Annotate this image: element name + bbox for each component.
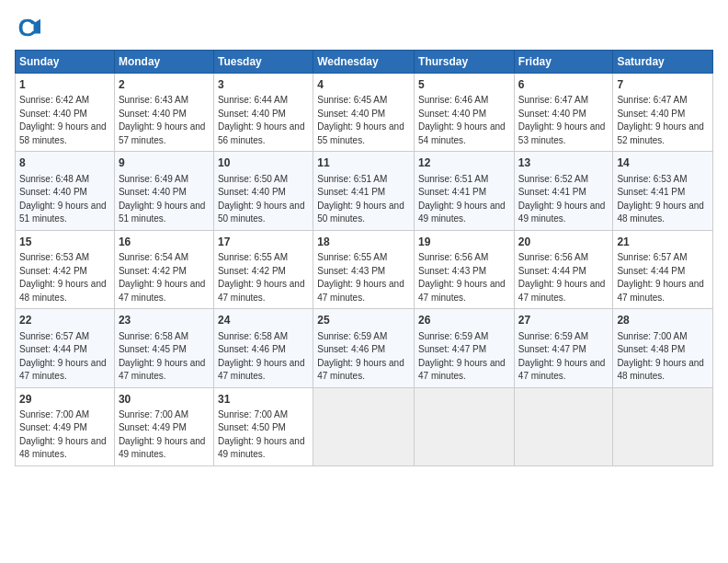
- sunset: Sunset: 4:40 PM: [317, 108, 410, 121]
- sunset: Sunset: 4:40 PM: [218, 186, 309, 200]
- calendar-cell: 8 Sunrise: 6:48 AM Sunset: 4:40 PM Dayli…: [16, 152, 115, 230]
- calendar-cell: 7 Sunrise: 6:47 AM Sunset: 4:40 PM Dayli…: [613, 74, 713, 152]
- daylight: Daylight: 9 hours and 48 minutes.: [617, 200, 709, 226]
- day-number: 6: [518, 77, 609, 93]
- daylight: Daylight: 9 hours and 47 minutes.: [19, 357, 110, 384]
- day-number: 22: [19, 313, 110, 328]
- calendar-cell: 1 Sunrise: 6:42 AM Sunset: 4:40 PM Dayli…: [16, 74, 115, 152]
- sunrise: Sunrise: 6:57 AM: [19, 330, 110, 344]
- calendar-cell: 29 Sunrise: 7:00 AM Sunset: 4:49 PM Dayl…: [16, 387, 115, 465]
- sunrise: Sunrise: 7:00 AM: [119, 408, 210, 422]
- sunset: Sunset: 4:40 PM: [119, 108, 210, 121]
- day-number: 10: [218, 155, 309, 171]
- daylight: Daylight: 9 hours and 52 minutes.: [617, 121, 709, 147]
- day-number: 27: [518, 313, 609, 328]
- sunset: Sunset: 4:41 PM: [317, 186, 410, 200]
- calendar-cell: [415, 387, 515, 465]
- calendar-cell: 9 Sunrise: 6:49 AM Sunset: 4:40 PM Dayli…: [114, 152, 213, 230]
- sunset: Sunset: 4:40 PM: [19, 186, 110, 200]
- sunrise: Sunrise: 7:00 AM: [19, 408, 110, 422]
- sunset: Sunset: 4:41 PM: [518, 186, 609, 200]
- sunset: Sunset: 4:46 PM: [317, 343, 410, 357]
- col-header-wednesday: Wednesday: [313, 51, 415, 74]
- calendar-cell: 10 Sunrise: 6:50 AM Sunset: 4:40 PM Dayl…: [213, 152, 313, 230]
- daylight: Daylight: 9 hours and 47 minutes.: [617, 278, 709, 304]
- calendar-cell: 12 Sunrise: 6:51 AM Sunset: 4:41 PM Dayl…: [415, 152, 515, 230]
- sunrise: Sunrise: 6:56 AM: [518, 251, 609, 265]
- sunset: Sunset: 4:42 PM: [19, 265, 110, 279]
- sunset: Sunset: 4:44 PM: [19, 343, 110, 357]
- day-number: 28: [617, 313, 709, 328]
- calendar-cell: 3 Sunrise: 6:44 AM Sunset: 4:40 PM Dayli…: [213, 74, 313, 152]
- day-number: 20: [518, 235, 609, 250]
- col-header-thursday: Thursday: [415, 51, 515, 74]
- day-number: 19: [418, 235, 510, 250]
- daylight: Daylight: 9 hours and 49 minutes.: [119, 435, 210, 462]
- day-number: 14: [617, 155, 709, 171]
- daylight: Daylight: 9 hours and 55 minutes.: [317, 121, 410, 147]
- day-number: 3: [218, 77, 309, 93]
- sunset: Sunset: 4:45 PM: [119, 343, 210, 357]
- day-number: 8: [19, 155, 110, 171]
- sunset: Sunset: 4:41 PM: [418, 186, 510, 200]
- sunset: Sunset: 4:40 PM: [119, 186, 210, 200]
- daylight: Daylight: 9 hours and 47 minutes.: [317, 357, 410, 384]
- calendar-cell: 6 Sunrise: 6:47 AM Sunset: 4:40 PM Dayli…: [514, 74, 613, 152]
- sunrise: Sunrise: 6:45 AM: [317, 94, 410, 108]
- sunset: Sunset: 4:40 PM: [418, 108, 510, 121]
- day-number: 13: [518, 155, 609, 171]
- sunrise: Sunrise: 6:43 AM: [119, 94, 210, 108]
- calendar-cell: 5 Sunrise: 6:46 AM Sunset: 4:40 PM Dayli…: [415, 74, 515, 152]
- day-number: 23: [119, 313, 210, 328]
- daylight: Daylight: 9 hours and 47 minutes.: [518, 357, 609, 384]
- daylight: Daylight: 9 hours and 58 minutes.: [19, 121, 110, 147]
- sunrise: Sunrise: 6:58 AM: [119, 330, 210, 344]
- calendar-cell: 4 Sunrise: 6:45 AM Sunset: 4:40 PM Dayli…: [313, 74, 415, 152]
- sunrise: Sunrise: 6:59 AM: [518, 330, 609, 344]
- sunrise: Sunrise: 6:59 AM: [317, 330, 410, 344]
- daylight: Daylight: 9 hours and 47 minutes.: [218, 357, 309, 384]
- col-header-friday: Friday: [514, 51, 613, 74]
- daylight: Daylight: 9 hours and 49 minutes.: [518, 200, 609, 226]
- day-number: 29: [19, 392, 110, 408]
- calendar-cell: 26 Sunrise: 6:59 AM Sunset: 4:47 PM Dayl…: [415, 309, 515, 387]
- daylight: Daylight: 9 hours and 54 minutes.: [418, 121, 510, 147]
- calendar-cell: 11 Sunrise: 6:51 AM Sunset: 4:41 PM Dayl…: [313, 152, 415, 230]
- day-number: 31: [218, 392, 309, 408]
- day-number: 12: [418, 155, 510, 171]
- daylight: Daylight: 9 hours and 51 minutes.: [19, 200, 110, 226]
- calendar-cell: 25 Sunrise: 6:59 AM Sunset: 4:46 PM Dayl…: [313, 309, 415, 387]
- sunrise: Sunrise: 6:57 AM: [617, 251, 709, 265]
- sunset: Sunset: 4:49 PM: [19, 421, 110, 435]
- sunrise: Sunrise: 6:54 AM: [119, 251, 210, 265]
- daylight: Daylight: 9 hours and 50 minutes.: [218, 200, 309, 226]
- sunrise: Sunrise: 6:47 AM: [518, 94, 609, 108]
- sunrise: Sunrise: 6:47 AM: [617, 94, 709, 108]
- sunrise: Sunrise: 6:44 AM: [218, 94, 309, 108]
- calendar-cell: 20 Sunrise: 6:56 AM Sunset: 4:44 PM Dayl…: [514, 230, 613, 308]
- day-number: 5: [418, 77, 510, 93]
- sunset: Sunset: 4:40 PM: [218, 108, 309, 121]
- daylight: Daylight: 9 hours and 53 minutes.: [518, 121, 609, 147]
- daylight: Daylight: 9 hours and 49 minutes.: [218, 435, 309, 462]
- day-number: 1: [19, 77, 110, 93]
- calendar-cell: 15 Sunrise: 6:53 AM Sunset: 4:42 PM Dayl…: [16, 230, 115, 308]
- col-header-saturday: Saturday: [613, 51, 713, 74]
- calendar-cell: 2 Sunrise: 6:43 AM Sunset: 4:40 PM Dayli…: [114, 74, 213, 152]
- calendar-cell: [313, 387, 415, 465]
- daylight: Daylight: 9 hours and 47 minutes.: [317, 278, 410, 304]
- day-number: 30: [119, 392, 210, 408]
- day-number: 16: [119, 235, 210, 250]
- day-number: 25: [317, 313, 410, 328]
- daylight: Daylight: 9 hours and 47 minutes.: [218, 278, 309, 304]
- sunrise: Sunrise: 6:53 AM: [617, 173, 709, 187]
- day-number: 21: [617, 235, 709, 250]
- calendar-cell: 14 Sunrise: 6:53 AM Sunset: 4:41 PM Dayl…: [613, 152, 713, 230]
- page-container: SundayMondayTuesdayWednesdayThursdayFrid…: [0, 0, 728, 563]
- calendar-cell: [514, 387, 613, 465]
- col-header-monday: Monday: [114, 51, 213, 74]
- calendar-cell: 28 Sunrise: 7:00 AM Sunset: 4:48 PM Dayl…: [613, 309, 713, 387]
- daylight: Daylight: 9 hours and 51 minutes.: [119, 200, 210, 226]
- sunset: Sunset: 4:42 PM: [218, 265, 309, 279]
- sunrise: Sunrise: 6:49 AM: [119, 173, 210, 187]
